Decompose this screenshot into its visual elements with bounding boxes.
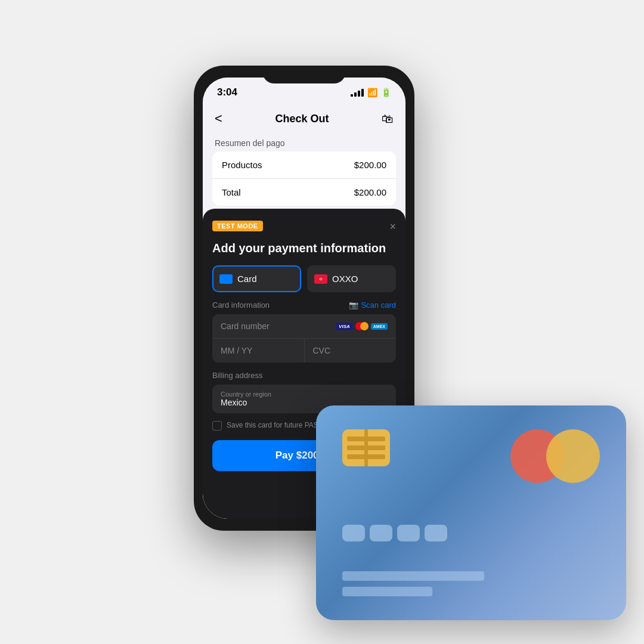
summary-row-total: Total $200.00 xyxy=(212,179,396,206)
wifi-icon: 📶 xyxy=(367,88,377,97)
battery-icon: 🔋 xyxy=(381,88,391,97)
modal-title: Add your payment information xyxy=(212,240,396,256)
nav-bar: < Check Out 🛍 xyxy=(203,104,405,134)
oxxo-tab-icon: O xyxy=(314,274,327,284)
card-logos: VISA AMEX xyxy=(336,322,388,330)
card-dot-group-1 xyxy=(342,525,447,541)
country-sublabel: Country or region xyxy=(221,391,388,398)
card-dot xyxy=(342,525,365,541)
card-dot xyxy=(397,525,420,541)
card-top-row xyxy=(342,429,600,483)
mastercard-logo xyxy=(355,322,369,330)
card-dot xyxy=(425,525,447,541)
card-inputs-container: Card number VISA AMEX MM / YY CVC xyxy=(212,314,396,363)
camera-icon: 📷 xyxy=(349,301,358,309)
card-dot xyxy=(370,525,392,541)
mc-yellow-circle xyxy=(546,429,600,483)
card-holder-name-line xyxy=(342,571,484,581)
signal-icon xyxy=(351,89,364,97)
card-expiry-line xyxy=(342,587,432,596)
productos-label: Productos xyxy=(222,160,262,170)
scan-card-button[interactable]: 📷 Scan card xyxy=(349,301,396,309)
card-number-display xyxy=(342,525,600,541)
test-mode-badge: TEST MODE xyxy=(212,221,263,231)
card-expiry-input[interactable]: MM / YY xyxy=(212,339,305,363)
cart-icon[interactable]: 🛍 xyxy=(382,112,394,126)
back-button[interactable]: < xyxy=(215,111,222,126)
tab-oxxo[interactable]: O OXXO xyxy=(307,265,396,292)
card-holder-info xyxy=(342,571,600,596)
productos-value: $200.00 xyxy=(354,160,386,170)
card-brand-logo xyxy=(510,429,600,483)
summary-card: Productos $200.00 Total $200.00 xyxy=(212,151,396,206)
scan-card-label: Scan card xyxy=(361,301,396,309)
page-title: Check Out xyxy=(275,113,329,125)
visa-logo: VISA xyxy=(336,323,353,330)
card-chip xyxy=(342,429,390,466)
card-cvc-input[interactable]: CVC xyxy=(305,339,397,363)
modal-header: TEST MODE × xyxy=(212,221,396,233)
card-info-label: Card information xyxy=(212,301,270,309)
card-number-row: Card number VISA AMEX xyxy=(212,314,396,339)
status-icons: 📶 🔋 xyxy=(351,88,391,97)
save-card-checkbox[interactable] xyxy=(212,421,222,431)
phone-notch xyxy=(262,66,346,83)
billing-address-label: Billing address xyxy=(212,371,396,380)
card-number-input[interactable]: Card number xyxy=(221,321,336,331)
credit-card-illustration xyxy=(316,405,626,620)
amex-logo: AMEX xyxy=(371,323,388,330)
card-tab-label: Card xyxy=(237,274,257,284)
close-button[interactable]: × xyxy=(389,221,396,233)
summary-section-label: Resumen del pago xyxy=(203,134,405,151)
tab-card[interactable]: Card xyxy=(212,265,301,292)
total-label: Total xyxy=(222,187,241,197)
payment-tabs: Card O OXXO xyxy=(212,265,396,292)
total-value: $200.00 xyxy=(354,187,386,197)
card-expiry-cvc-row: MM / YY CVC xyxy=(212,339,396,363)
card-info-header: Card information 📷 Scan card xyxy=(212,301,396,309)
summary-row-productos: Productos $200.00 xyxy=(212,151,396,179)
status-time: 3:04 xyxy=(217,86,237,98)
oxxo-tab-label: OXXO xyxy=(332,274,358,284)
chip-vline xyxy=(364,429,368,466)
card-tab-icon xyxy=(219,274,233,284)
